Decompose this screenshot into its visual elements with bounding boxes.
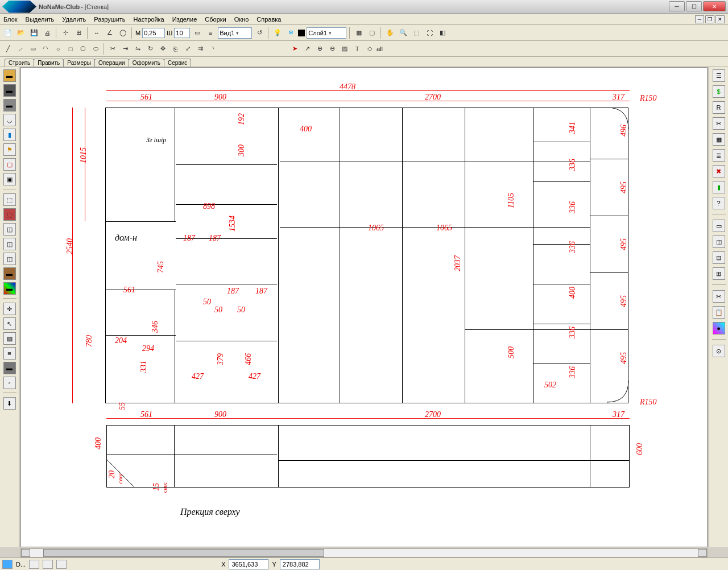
pointer-icon[interactable]: ➤ <box>289 43 300 55</box>
dock-outline-icon[interactable]: ▢ <box>3 158 16 171</box>
rdock-snap-icon[interactable]: ⊙ <box>713 345 725 357</box>
linetype-icon[interactable]: ▭ <box>192 27 203 39</box>
dock-color-icon[interactable]: ▬ <box>3 282 16 295</box>
zoom-extents-icon[interactable]: ⛶ <box>424 27 435 39</box>
dock-layer-icon[interactable]: ▤ <box>3 332 16 345</box>
linestyle-icon[interactable]: ≡ <box>205 27 216 39</box>
menu-settings[interactable]: Настройка <box>134 16 164 23</box>
rdock-ruler-icon[interactable]: R <box>713 101 725 114</box>
colors-icon[interactable]: ▦ <box>353 27 365 39</box>
rdock-win1-icon[interactable]: ▭ <box>713 220 725 232</box>
dock-iso3-icon[interactable]: ◫ <box>3 253 16 265</box>
new-icon[interactable]: 📄 <box>2 27 14 39</box>
print-icon[interactable]: 🖨 <box>42 27 53 39</box>
menu-product[interactable]: Изделие <box>172 16 197 23</box>
rdock-paste-icon[interactable]: 📋 <box>713 306 725 319</box>
dock-cursor-icon[interactable]: ↖ <box>3 317 16 330</box>
arc-icon[interactable]: ◠ <box>40 43 51 55</box>
fillet-icon[interactable]: ◝ <box>207 43 218 55</box>
dock-fill-icon[interactable]: ▣ <box>3 173 16 185</box>
scroll-right-icon[interactable] <box>698 549 707 557</box>
open-icon[interactable]: 📂 <box>15 27 27 39</box>
text-sel-icon[interactable]: T <box>351 43 363 55</box>
menu-window[interactable]: Окно <box>234 16 249 23</box>
rdock-win3-icon[interactable]: ⊟ <box>713 251 725 264</box>
node-sel-icon[interactable]: ◇ <box>364 43 375 55</box>
dock-render-icon[interactable]: ▬ <box>3 267 16 280</box>
mdi-restore-button[interactable]: ❐ <box>705 15 714 23</box>
trim-icon[interactable]: ✂ <box>107 43 118 55</box>
add-sel-icon[interactable]: ⊕ <box>314 43 325 55</box>
view-regen-icon[interactable]: ↺ <box>254 27 265 39</box>
rdock-stock-icon[interactable]: ≣ <box>713 149 725 162</box>
zoom-window-icon[interactable]: ⬚ <box>411 27 422 39</box>
menu-assemblies[interactable]: Сборки <box>205 16 226 23</box>
freeze-icon[interactable]: ❄ <box>285 27 296 39</box>
mirror-icon[interactable]: ⇋ <box>132 43 143 55</box>
ellipse-icon[interactable]: ⬭ <box>90 43 101 55</box>
square-icon[interactable]: □ <box>65 43 76 55</box>
rdock-align-icon[interactable]: ▦ <box>713 133 725 146</box>
dock-detail-icon[interactable]: ▮ <box>3 129 16 141</box>
move-icon[interactable]: ✥ <box>157 43 168 55</box>
dock-box-icon[interactable]: ⬚ <box>3 193 16 206</box>
rotate-icon[interactable]: ↻ <box>144 43 156 55</box>
pick-icon[interactable]: ↗ <box>301 43 313 55</box>
circle-icon[interactable]: ○ <box>52 43 64 55</box>
layout-icon[interactable]: ▢ <box>366 27 378 39</box>
menu-block[interactable]: Блок <box>3 16 18 23</box>
layer-color-swatch[interactable] <box>298 30 305 36</box>
width-sh-input[interactable] <box>174 28 190 38</box>
rdock-flag-icon[interactable]: ▮ <box>713 181 725 193</box>
status-btn-1[interactable] <box>29 560 39 569</box>
grid-icon[interactable]: ⊞ <box>73 27 84 39</box>
menu-delete[interactable]: Удалить <box>62 16 86 23</box>
mdi-minimize-button[interactable]: ─ <box>695 15 704 23</box>
rdock-win2-icon[interactable]: ◫ <box>713 236 725 248</box>
save-icon[interactable]: 💾 <box>28 27 40 39</box>
rect-icon[interactable]: ▭ <box>27 43 39 55</box>
horizontal-scrollbar[interactable] <box>20 548 708 557</box>
zoom-selected-icon[interactable]: ◧ <box>437 27 448 39</box>
tab-service[interactable]: Сервис <box>164 59 191 67</box>
scroll-left-icon[interactable] <box>21 549 30 557</box>
axis-icon[interactable]: ⊹ <box>60 27 71 39</box>
tab-build[interactable]: Строить <box>5 59 34 67</box>
menu-help[interactable]: Справка <box>257 16 281 23</box>
radius-icon[interactable]: ◯ <box>117 27 129 39</box>
sel-all-label[interactable]: all <box>377 46 383 52</box>
menu-destroy[interactable]: Разрушить <box>94 16 125 23</box>
dock-solid-icon[interactable]: ▬ <box>3 362 16 374</box>
dock-arc-icon[interactable]: ◡ <box>3 114 16 126</box>
pan-icon[interactable]: ✋ <box>384 27 396 39</box>
mdi-close-button[interactable]: ✕ <box>715 15 725 23</box>
status-btn-2[interactable] <box>43 560 53 569</box>
coord-y-field[interactable] <box>280 559 320 569</box>
dock-board-icon[interactable]: ▬ <box>3 84 16 97</box>
scroll-thumb-h[interactable] <box>43 549 324 557</box>
rdock-cut-icon[interactable]: ✂ <box>713 117 725 130</box>
scale-icon[interactable]: ⤢ <box>182 43 193 55</box>
minimize-button[interactable]: ─ <box>669 1 685 11</box>
line-icon[interactable]: ╱ <box>2 43 14 55</box>
angle-icon[interactable]: ∠ <box>104 27 115 39</box>
dock-line-icon[interactable]: ≡ <box>3 347 16 360</box>
dock-axis-icon[interactable]: ✛ <box>3 303 16 315</box>
view-combo[interactable]: Вид1 <box>218 27 252 39</box>
dock-panel-icon[interactable]: ▬ <box>3 69 16 82</box>
polyline-icon[interactable]: ⟋ <box>15 43 26 55</box>
bulb-icon[interactable]: 💡 <box>272 27 283 39</box>
dock-mark-icon[interactable]: ⚑ <box>3 143 16 156</box>
layer-combo[interactable]: Слой1 <box>307 27 346 39</box>
rdock-help-icon[interactable]: ? <box>713 197 725 209</box>
close-button[interactable]: ✕ <box>703 1 726 11</box>
dock-export-icon[interactable]: ⬇ <box>3 397 16 410</box>
zoom-icon[interactable]: 🔍 <box>398 27 409 39</box>
drawing-canvas[interactable]: 4478 561 900 2700 317 <box>20 67 708 547</box>
rdock-scissors-icon[interactable]: ✂ <box>713 290 725 303</box>
rdock-palette-icon[interactable]: ● <box>713 322 725 334</box>
menu-select[interactable]: Выделить <box>26 16 55 23</box>
tab-style[interactable]: Оформить <box>129 59 164 67</box>
sub-sel-icon[interactable]: ⊖ <box>326 43 338 55</box>
rdock-money-icon[interactable]: $ <box>713 85 725 98</box>
